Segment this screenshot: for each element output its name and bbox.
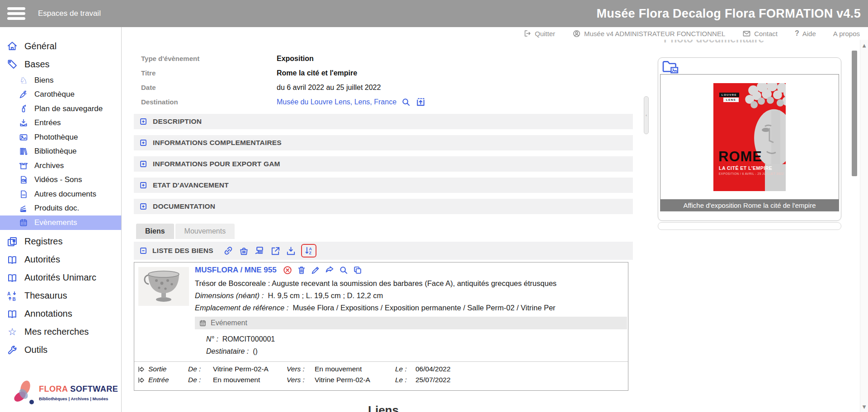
extinguisher-icon [18,104,29,113]
accordion-sections: DESCRIPTION INFORMATIONS COMPLEMENTAIRES… [134,114,633,220]
poster-subtitle: LA CITÉ ET L'EMPIRE [719,165,772,171]
plus-box-icon[interactable] [139,139,147,147]
plus-box-icon[interactable] [139,160,147,168]
sidebar-item-archives[interactable]: Archives [0,159,121,173]
download-icon[interactable] [286,246,296,256]
contact-button[interactable]: Contact [742,29,778,38]
duplicate-icon[interactable] [353,265,363,275]
tab-mouvements[interactable]: Mouvements [175,224,235,239]
minus-box-icon[interactable] [139,247,147,255]
paper-stack-icon [18,204,29,213]
scroll-down-icon[interactable]: ▼ [860,405,868,409]
accordion-informations-complementaires[interactable]: INFORMATIONS COMPLEMENTAIRES [134,135,633,150]
cancel-icon[interactable] [283,265,292,275]
bien-record-card: MUSFLORA / MNE 955 Trésor de Boscoreale … [134,262,628,391]
sidebar-item-registres[interactable]: Registres [0,233,121,251]
accordion-documentation[interactable]: DOCUMENTATION [134,199,633,214]
external-link-icon[interactable] [270,246,281,256]
sidebar-item-plan-sauvegarde[interactable]: Plan de sauvegarde [0,102,121,116]
sidebar: Général Bases ♘ Biens Carothèque Plan de… [0,27,122,412]
utility-bar: Quitter Musée v4 ADMINISTRATEUR FONCTION… [122,27,868,40]
flora-flower-icon [12,379,35,407]
enter-arrow-icon [137,376,148,384]
open-book-icon [6,309,18,319]
search-icon[interactable] [339,265,349,275]
photo-caption: Affiche d'exposition Rome la cité de l'e… [660,199,839,211]
sidebar-item-biens[interactable]: ♘ Biens [0,73,121,88]
window-scrollbar[interactable]: ▲ ▼ [860,40,868,412]
basket-icon[interactable] [239,246,249,256]
sort-az-highlight[interactable]: AZ [301,244,316,258]
exit-arrow-icon [137,365,148,373]
sidebar-item-mes-recherches[interactable]: ☆ Mes recherches [0,323,121,341]
quitter-button[interactable]: Quitter [524,29,555,37]
liste-des-biens-title: LISTE DES BIENS [152,247,213,255]
liste-des-biens-bar: LISTE DES BIENS AZ [134,242,633,260]
home-icon [6,41,18,52]
record-emplacement: Emplacement de référence : Musée Flora /… [195,304,628,312]
mail-icon [742,29,751,38]
sidebar-item-annotations[interactable]: Annotations [0,305,121,323]
sidebar-item-bases[interactable]: Bases [0,55,121,73]
tab-biens[interactable]: Biens [136,224,174,239]
calendar-icon [18,218,29,227]
aide-button[interactable]: ? Aide [795,29,816,37]
panel-splitter-handle[interactable]: ‹ [644,96,649,134]
sidebar-item-thesaurus[interactable]: AB Thesaurus [0,287,121,305]
poster-area: LOUVRE LENS ROME LA CITÉ ET L'EMPIRE EXP… [660,75,839,199]
field-type-evenement: Type d'évènement Exposition [141,53,633,64]
share-icon[interactable] [325,265,335,275]
user-icon [572,29,581,38]
workspace-label[interactable]: Espaces de travail [38,9,101,18]
scroll-up-icon[interactable]: ▲ [860,43,868,48]
destination-link[interactable]: Musée du Louvre Lens, Lens, France [277,98,396,106]
thesaurus-icon: AB [6,290,18,301]
trash-icon[interactable] [297,265,307,275]
sidebar-item-autres-documents[interactable]: Autres documents [0,187,121,201]
sidebar-item-phototheque[interactable]: Photothèque [0,130,121,145]
exhibition-poster-image[interactable]: LOUVRE LENS ROME LA CITÉ ET L'EMPIRE EXP… [713,83,786,191]
books-icon [18,147,29,156]
plus-box-icon[interactable] [139,117,147,126]
wrench-icon [6,345,18,356]
sidebar-item-bibliotheque[interactable]: Bibliothèque [0,145,121,159]
sidebar-item-carotheque[interactable]: Carothèque [0,88,121,102]
hamburger-menu-icon[interactable] [7,5,25,22]
registers-icon [6,236,18,247]
plus-box-icon[interactable] [139,181,147,189]
panel-scrollbar-thumb[interactable] [852,51,857,176]
lend-icon[interactable] [254,245,265,257]
record-destinataire: Destinataire : () [206,347,258,356]
open-book-icon [6,272,18,283]
movement-row-entree: Entrée De : En mouvement Vers : Vitrine … [137,375,628,385]
archive-box-icon [18,161,29,170]
edit-pencil-icon[interactable] [311,265,321,275]
apropos-button[interactable]: A propos [833,30,860,37]
user-menu[interactable]: Musée v4 ADMINISTRATEUR FONCTIONNEL [572,29,725,38]
accordion-informations-export-gam[interactable]: INFORMATIONS POUR EXPORT GAM [134,156,633,172]
sidebar-item-evenements[interactable]: Evènements [0,215,121,230]
accordion-etat-avancement[interactable]: ETAT D'AVANCEMENT [134,178,633,193]
plus-box-icon[interactable] [139,202,147,211]
link-icon[interactable] [223,245,234,256]
svg-text:B: B [13,297,16,301]
field-date: Date du 6 avril 2022 au 25 juillet 2022 [141,82,633,93]
bien-thumbnail[interactable] [138,267,189,306]
open-record-icon[interactable] [415,97,426,107]
record-numero: N° : ROMCIT000001 [206,335,275,343]
record-code-link[interactable]: MUSFLORA / MNE 955 [195,266,277,275]
biens-mouvements-tabs: Biens Mouvements [136,224,235,239]
sidebar-item-general[interactable]: Général [0,37,121,55]
sort-az-icon: AZ [304,246,314,256]
sidebar-item-produits-doc[interactable]: Produits doc. [0,201,121,216]
search-icon[interactable] [401,97,411,107]
sidebar-item-outils[interactable]: Outils [0,341,121,359]
photo-documentaire-panel: LOUVRE LENS ROME LA CITÉ ET L'EMPIRE EXP… [658,57,841,221]
accordion-description[interactable]: DESCRIPTION [134,114,633,129]
sidebar-item-entrees[interactable]: Entrées [0,116,121,131]
sidebar-item-autorites-unimarc[interactable]: Autorités Unimarc [0,269,121,287]
sidebar-item-videos-sons[interactable]: Vidéos - Sons [0,173,121,187]
open-book-icon [6,254,18,265]
sidebar-item-autorites[interactable]: Autorités [0,251,121,269]
folder-image-icon[interactable] [662,60,679,74]
